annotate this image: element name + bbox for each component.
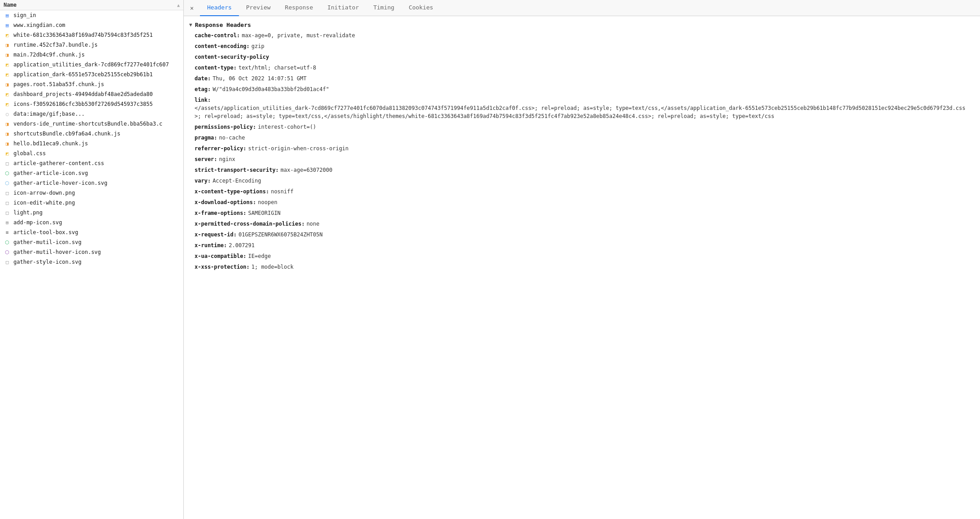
header-value: 2.007291 — [229, 241, 255, 249]
file-list-item[interactable]: ⬡gather-article-hover-icon.svg — [0, 178, 183, 188]
file-name-label: gather-article-icon.svg — [13, 170, 88, 176]
tab-response[interactable]: Response — [278, 0, 321, 16]
file-name-label: sign_in — [13, 12, 36, 18]
file-list-item[interactable]: □icon-edit-white.png — [0, 198, 183, 208]
response-header-row: x-runtime:2.007291 — [184, 240, 980, 251]
file-list-item[interactable]: □gather-style-icon.svg — [0, 257, 183, 267]
header-value: SAMEORIGIN — [248, 209, 281, 217]
header-value: text/html; charset=utf-8 — [238, 64, 316, 72]
tab-preview[interactable]: Preview — [239, 0, 278, 16]
file-name-label: runtime.452cf3a7.bundle.js — [13, 42, 98, 48]
file-list-item[interactable]: □article-gatherer-content.css — [0, 158, 183, 168]
file-icon: ◨ — [4, 120, 11, 127]
tab-timing[interactable]: Timing — [366, 0, 402, 16]
file-name-label: application_dark-6551e573ceb25155ceb29b6… — [13, 71, 153, 78]
file-icon: ◨ — [4, 140, 11, 147]
file-list-item[interactable]: ◩global.css — [0, 148, 183, 158]
file-list-item[interactable]: ⊞add-mp-icon.svg — [0, 218, 183, 227]
header-name-label: Name — [4, 2, 17, 8]
file-name-label: shortcutsBundle.cb9fa6a4.chunk.js — [13, 131, 120, 137]
header-key: pragma: — [195, 134, 217, 142]
file-name-label: global.css — [13, 150, 46, 157]
file-list-item[interactable]: ◨main.72db4c9f.chunk.js — [0, 50, 183, 60]
file-list-item[interactable]: ○data:image/gif;base... — [0, 109, 183, 119]
header-key: server: — [195, 155, 217, 163]
file-list-item[interactable]: ◩white-681c3363643a8f169ad74b7594c83f3d5… — [0, 30, 183, 40]
header-key: x-xss-protection: — [195, 263, 250, 271]
file-icon: ⊞ — [4, 219, 11, 226]
file-list-header: Name ▲ — [0, 0, 183, 10]
header-key: x-request-id: — [195, 231, 237, 239]
section-arrow: ▼ — [189, 22, 192, 28]
file-name-label: application_utilities_dark-7cd869cf7277e… — [13, 61, 169, 68]
file-list-item[interactable]: ◨hello.bd11eca9.chunk.js — [0, 139, 183, 148]
response-header-row: strict-transport-security:max-age=630720… — [184, 165, 980, 175]
file-name-label: gather-mutil-icon.svg — [13, 239, 82, 245]
header-key: content-type: — [195, 64, 237, 72]
file-icon: ◩ — [4, 31, 11, 39]
response-header-row: etag:W/"d19a4c09d3d0a483ba33bbf2bd01ac4f… — [184, 84, 980, 95]
response-header-row: referrer-policy:strict-origin-when-cross… — [184, 143, 980, 154]
header-value: Thu, 06 Oct 2022 14:07:51 GMT — [212, 74, 307, 83]
header-key: link: — [195, 96, 211, 104]
left-panel: Name ▲ ▤sign_in▤www.xingdian.com◩white-6… — [0, 0, 184, 519]
file-list-item[interactable]: ◩icons-f305926186cfc3bb530f27269d545937c… — [0, 99, 183, 109]
file-icon: □ — [4, 199, 11, 206]
file-icon: ◩ — [4, 150, 11, 157]
tab-cookies[interactable]: Cookies — [402, 0, 441, 16]
response-body[interactable]: ▼Response Headerscache-control:max-age=0… — [184, 16, 980, 519]
header-key: cache-control: — [195, 31, 240, 39]
header-key: x-content-type-options: — [195, 188, 269, 196]
response-header-row: x-request-id:01GEPSZENR6WX6075B24ZHT05N — [184, 229, 980, 240]
tab-headers[interactable]: Headers — [200, 0, 239, 16]
file-list-item[interactable]: ◩dashboard_projects-49494ddabf48ae2d5ade… — [0, 89, 183, 99]
file-icon: ◩ — [4, 71, 11, 78]
file-list-item[interactable]: ◩application_dark-6551e573ceb25155ceb29b… — [0, 70, 183, 79]
header-key: date: — [195, 74, 211, 83]
header-key: strict-transport-security: — [195, 166, 279, 174]
file-icon: □ — [4, 258, 11, 266]
file-list-item[interactable]: ⬡gather-mutil-icon.svg — [0, 237, 183, 247]
response-header-row: link:</assets/application_utilities_dark… — [184, 95, 980, 122]
file-list-item[interactable]: ◩application_utilities_dark-7cd869cf7277… — [0, 60, 183, 70]
file-list[interactable]: ▤sign_in▤www.xingdian.com◩white-681c3363… — [0, 10, 183, 519]
response-header-row: date:Thu, 06 Oct 2022 14:07:51 GMT — [184, 73, 980, 84]
file-list-item[interactable]: ◨vendors-ide_runtime-shortcutsBundle.bba… — [0, 119, 183, 129]
file-list-item[interactable]: □icon-arrow-down.png — [0, 188, 183, 198]
close-button[interactable]: × — [187, 4, 196, 13]
response-header-row: cache-control:max-age=0, private, must-r… — [184, 30, 980, 41]
file-icon: □ — [4, 189, 11, 196]
response-header-row: x-permitted-cross-domain-policies:none — [184, 218, 980, 229]
response-headers-section[interactable]: ▼Response Headers — [184, 20, 980, 30]
file-list-item[interactable]: ◨pages.root.51aba53f.chunk.js — [0, 79, 183, 89]
header-value: Accept-Encoding — [212, 177, 261, 185]
file-list-item[interactable]: ▤www.xingdian.com — [0, 20, 183, 30]
file-icon: □ — [4, 209, 11, 216]
file-name-label: gather-style-icon.svg — [13, 259, 82, 265]
header-value: none — [307, 220, 320, 228]
response-header-row: x-ua-compatible:IE=edge — [184, 251, 980, 262]
file-list-item[interactable]: ⬡gather-mutil-hover-icon.svg — [0, 247, 183, 257]
file-list-item[interactable]: ⬡gather-article-icon.svg — [0, 168, 183, 178]
file-name-label: article-gatherer-content.css — [13, 160, 104, 166]
header-key: x-ua-compatible: — [195, 252, 247, 260]
file-list-item[interactable]: ◨runtime.452cf3a7.bundle.js — [0, 40, 183, 50]
file-icon: ⬡ — [4, 239, 11, 246]
file-name-label: pages.root.51aba53f.chunk.js — [13, 81, 104, 87]
tab-initiator[interactable]: Initiator — [320, 0, 366, 16]
file-list-item[interactable]: ◨shortcutsBundle.cb9fa6a4.chunk.js — [0, 129, 183, 139]
header-value: W/"d19a4c09d3d0a483ba33bbf2bd01ac4f" — [212, 85, 329, 93]
header-key: content-encoding: — [195, 42, 250, 50]
header-value: </assets/application_utilities_dark-7cd8… — [195, 104, 969, 120]
file-icon: ◨ — [4, 81, 11, 88]
file-list-item[interactable]: ▤sign_in — [0, 10, 183, 20]
header-value: nosniff — [271, 188, 294, 196]
file-name-label: hello.bd11eca9.chunk.js — [13, 140, 88, 147]
file-icon: ⬡ — [4, 179, 11, 187]
file-list-item[interactable]: □light.png — [0, 208, 183, 218]
file-list-item[interactable]: ≡article-tool-box.svg — [0, 227, 183, 237]
file-name-label: gather-article-hover-icon.svg — [13, 180, 108, 186]
header-value: nginx — [219, 155, 235, 163]
file-icon: ◨ — [4, 130, 11, 137]
response-header-row: content-encoding:gzip — [184, 41, 980, 52]
